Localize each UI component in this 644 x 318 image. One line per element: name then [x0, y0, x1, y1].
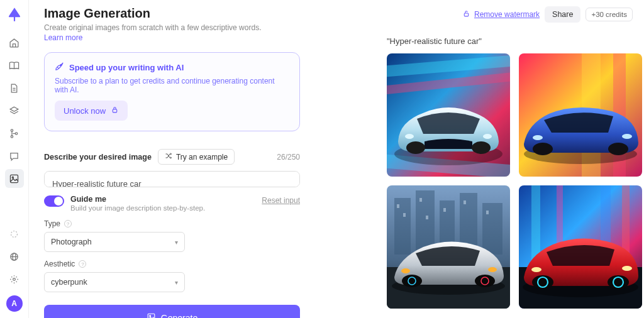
aesthetic-selected: cyberpunk — [51, 278, 87, 287]
svg-rect-46 — [443, 208, 446, 212]
page-title: Image Generation — [44, 6, 300, 21]
nav-globe-icon[interactable] — [5, 247, 24, 266]
unlock-button[interactable]: Unlock now — [55, 101, 128, 121]
result-caption: "Hyper-realistic future car" — [387, 36, 633, 46]
nav-layers-icon[interactable] — [5, 101, 24, 120]
svg-point-32 — [533, 143, 553, 155]
svg-point-13 — [13, 278, 16, 280]
svg-point-25 — [472, 141, 491, 154]
guide-me-toggle[interactable] — [44, 195, 64, 207]
nav-settings-icon[interactable] — [5, 270, 24, 288]
nav-chat-icon[interactable] — [5, 146, 24, 165]
type-select[interactable]: Photograph ▾ — [44, 232, 185, 252]
svg-rect-37 — [394, 198, 411, 255]
svg-point-69 — [622, 266, 632, 271]
nav-color-icon[interactable] — [5, 224, 24, 243]
svg-point-24 — [406, 141, 425, 154]
svg-rect-15 — [113, 109, 117, 112]
svg-point-6 — [15, 132, 17, 134]
result-image-1[interactable] — [387, 53, 510, 177]
learn-more-link[interactable]: Learn more — [44, 33, 300, 42]
guide-me-description: Build your image description step-by-ste… — [70, 204, 255, 212]
svg-rect-41 — [482, 203, 502, 255]
svg-rect-58 — [531, 185, 540, 261]
credits-badge: +30 credits — [586, 8, 633, 21]
try-example-button[interactable]: Try an example — [158, 149, 235, 165]
svg-point-17 — [149, 315, 150, 317]
app-logo — [6, 6, 23, 23]
reset-input-link[interactable]: Reset input — [262, 196, 300, 205]
chevron-down-icon: ▾ — [175, 279, 178, 286]
avatar[interactable]: A — [6, 295, 23, 312]
svg-point-35 — [622, 134, 632, 139]
guide-me-label: Guide me — [70, 195, 255, 204]
unlock-icon — [462, 9, 470, 19]
svg-point-68 — [531, 267, 541, 272]
svg-marker-3 — [10, 107, 18, 111]
type-selected: Photograph — [51, 238, 92, 246]
svg-point-51 — [402, 275, 422, 287]
nav-branch-icon[interactable] — [5, 124, 24, 143]
unlock-label: Unlock now — [64, 106, 106, 116]
right-panel: Remove watermark Share +30 credits "Hype… — [315, 0, 644, 318]
svg-rect-45 — [426, 216, 428, 219]
svg-point-55 — [401, 268, 410, 273]
rocket-icon — [55, 62, 64, 73]
svg-point-8 — [12, 177, 13, 178]
svg-point-9 — [11, 231, 18, 237]
try-example-label: Try an example — [176, 153, 228, 162]
page-subtitle: Create original images from scratch with… — [44, 23, 300, 32]
prompt-input[interactable] — [44, 171, 300, 187]
svg-point-34 — [533, 135, 543, 140]
svg-rect-44 — [419, 198, 422, 202]
svg-rect-48 — [486, 211, 489, 214]
svg-rect-7 — [10, 175, 18, 182]
generate-button[interactable]: Generate — [44, 305, 300, 318]
svg-point-33 — [608, 143, 628, 155]
describe-label: Describe your desired image — [44, 153, 152, 162]
chevron-down-icon: ▾ — [175, 239, 178, 246]
type-label: Type — [44, 219, 60, 228]
svg-rect-18 — [464, 13, 469, 16]
results-grid — [387, 53, 633, 309]
char-count: 26/250 — [277, 153, 300, 162]
promo-title: Speed up your writing with AI — [55, 62, 289, 73]
help-icon[interactable]: ? — [64, 220, 72, 228]
nav-book-icon[interactable] — [5, 56, 24, 75]
share-button[interactable]: Share — [545, 6, 580, 23]
remove-watermark-link[interactable]: Remove watermark — [462, 9, 540, 19]
result-image-3[interactable] — [387, 185, 510, 309]
result-image-2[interactable] — [519, 53, 642, 177]
lock-icon — [111, 106, 119, 116]
svg-rect-47 — [464, 200, 466, 204]
result-image-4[interactable] — [519, 185, 642, 309]
svg-rect-42 — [397, 204, 399, 208]
nav-image-icon[interactable] — [5, 169, 24, 188]
promo-banner: Speed up your writing with AI Subscribe … — [44, 52, 300, 131]
sidebar: A — [0, 0, 29, 318]
promo-description: Subscribe to a plan to get credits and c… — [55, 77, 289, 94]
svg-point-56 — [488, 267, 497, 272]
svg-point-26 — [405, 134, 414, 139]
svg-point-52 — [475, 275, 495, 287]
help-icon[interactable]: ? — [79, 260, 86, 268]
svg-rect-43 — [403, 213, 406, 217]
aesthetic-label: Aesthetic — [44, 260, 75, 268]
promo-title-text: Speed up your writing with AI — [69, 63, 184, 72]
remove-watermark-label: Remove watermark — [474, 10, 540, 19]
svg-point-5 — [11, 135, 13, 137]
aesthetic-select[interactable]: cyberpunk ▾ — [44, 272, 185, 292]
nav-home-icon[interactable] — [5, 33, 24, 52]
shuffle-icon — [165, 152, 172, 162]
left-panel: Image Generation Create original images … — [29, 0, 315, 318]
image-icon — [147, 312, 156, 318]
svg-point-27 — [483, 134, 492, 139]
nav-document-icon[interactable] — [5, 79, 24, 97]
generate-label: Generate — [161, 313, 197, 318]
svg-point-4 — [11, 129, 13, 131]
